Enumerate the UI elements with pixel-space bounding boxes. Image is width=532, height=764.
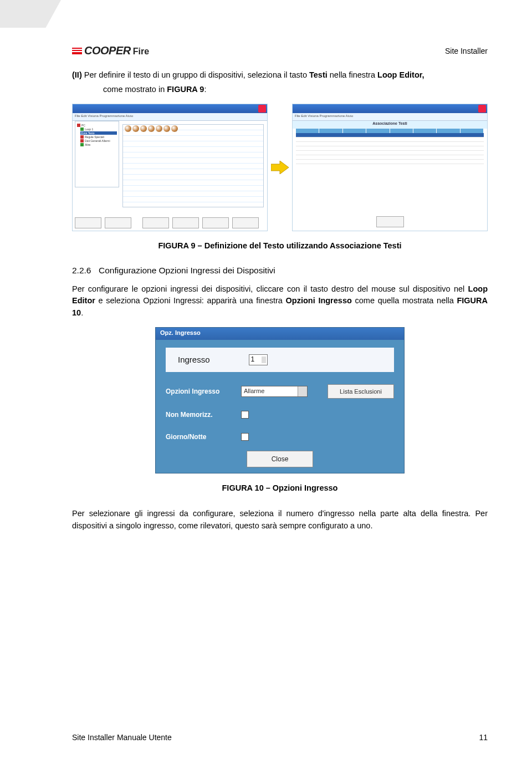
opzioni-ingresso-combo[interactable]: Allarme (241, 386, 308, 397)
paragraph-2: Per configurare le opzioni ingressi dei … (72, 283, 488, 319)
ingresso-label: Ingresso (178, 355, 210, 364)
page-header: COOPER Fire Site Installer (72, 44, 488, 57)
close-button[interactable]: Close (247, 451, 313, 467)
paragraph-3: Per selezionare gli ingressi da configur… (72, 508, 488, 532)
logo-brand: COOPER (84, 44, 131, 57)
section-number: 2.2.6 (72, 266, 99, 276)
device-icon (132, 125, 139, 132)
footer-left: Site Installer Manuale Utente (72, 733, 172, 742)
device-icons (125, 125, 178, 132)
row-non-memorizz: Non Memorizz. (166, 411, 394, 419)
doc-title: Site Installer (445, 47, 488, 55)
brand-logo: COOPER Fire (72, 44, 149, 57)
figure-10-dialog-wrap: Opz. Ingresso Ingresso 1 Opzioni Ingress… (72, 327, 488, 473)
logo-stripes-icon (72, 48, 82, 54)
window-titlebar (293, 104, 487, 113)
window-menu: File Edit Visiona Programmazione Aiuto (293, 113, 487, 121)
window-titlebar (73, 104, 267, 113)
btn (202, 217, 229, 228)
figure-9-row: File Edit Visiona Programmazione Aiuto P… (72, 104, 488, 231)
device-icon (163, 125, 170, 132)
device-icon (140, 125, 147, 132)
figure-10-caption: FIGURA 10 – Opzioni Ingresso (72, 483, 488, 492)
close-icon (478, 105, 486, 113)
footer-page-number: 11 (479, 733, 488, 742)
page-footer: Site Installer Manuale Utente 11 (72, 733, 488, 742)
svg-marker-0 (271, 161, 289, 174)
ingresso-number-input[interactable]: 1 (249, 354, 268, 365)
btn (232, 217, 259, 228)
btn (172, 217, 199, 228)
figure-9-caption: FIGURA 9 – Definizione del Testo utilizz… (72, 241, 488, 250)
section-heading: 2.2.6Configurazione Opzioni Ingressi dei… (72, 266, 488, 276)
dialog-title: Opz. Ingresso (156, 328, 404, 340)
assoc-title: Associazione Testi (293, 121, 487, 129)
dialog-footer: Close (166, 451, 394, 467)
paragraph-1: (II) Per definire il testo di un gruppo … (72, 69, 488, 82)
device-icon (148, 125, 155, 132)
paragraph-1b: come mostrato in FIGURA 9: (72, 84, 488, 96)
non-memorizz-checkbox[interactable] (241, 411, 249, 419)
arrow-right-icon (271, 161, 289, 174)
giorno-notte-checkbox[interactable] (241, 433, 249, 441)
btn (142, 217, 169, 228)
screenshot-loop-editor: File Edit Visiona Programmazione Aiuto P… (72, 104, 268, 231)
close-icon (258, 105, 266, 113)
section-title: Configurazione Opzioni Ingressi dei Disp… (99, 266, 275, 275)
lista-esclusioni-button[interactable]: Lista Esclusioni (328, 384, 394, 399)
dialog-body: Ingresso 1 Opzioni Ingresso Allarme List… (156, 340, 404, 473)
btn-chiudi (376, 216, 404, 227)
giorno-notte-label: Giorno/Notte (166, 433, 232, 441)
dialog-head: Ingresso 1 (166, 348, 394, 372)
page: COOPER Fire Site Installer (II) Per defi… (0, 0, 532, 764)
btn (105, 217, 131, 228)
logo-sub: Fire (133, 47, 149, 57)
opzioni-ingresso-label: Opzioni Ingresso (166, 388, 232, 395)
para1-prefix: (II) (72, 70, 84, 79)
device-grid (122, 124, 264, 207)
device-icon (125, 125, 131, 132)
device-icon (171, 125, 178, 132)
assoc-table (296, 129, 484, 164)
row-opzioni-ingresso: Opzioni Ingresso Allarme Lista Esclusion… (166, 384, 394, 399)
tree-panel: PC Loop 1 Zona Testo Regole Speciali Dat… (75, 121, 119, 187)
window-menu: File Edit Visiona Programmazione Aiuto (73, 113, 267, 121)
bottom-toolbar (75, 217, 265, 228)
screenshot-associazione-testi: File Edit Visiona Programmazione Aiuto A… (292, 104, 488, 231)
device-icon (156, 125, 162, 132)
non-memorizz-label: Non Memorizz. (166, 411, 232, 419)
btn (75, 217, 101, 228)
row-giorno-notte: Giorno/Notte (166, 433, 394, 441)
opzioni-ingresso-dialog: Opz. Ingresso Ingresso 1 Opzioni Ingress… (155, 327, 405, 473)
